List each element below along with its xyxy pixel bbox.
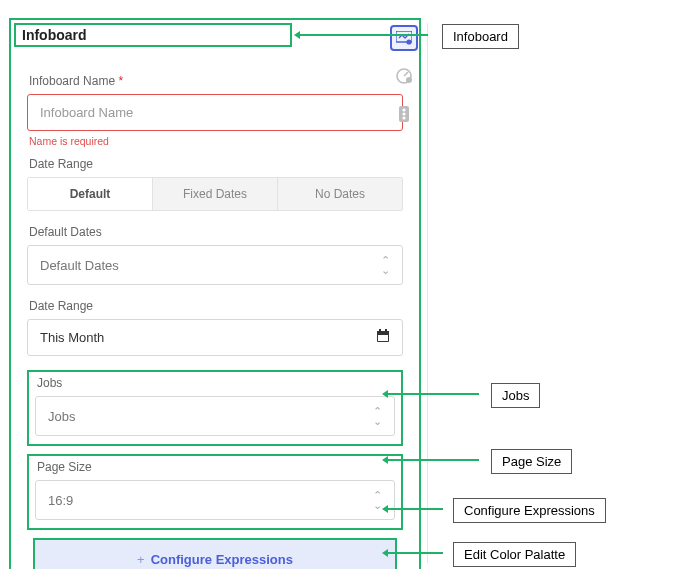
svg-rect-4: [378, 335, 388, 341]
annotation-line: [384, 508, 443, 510]
annotation-line: [384, 552, 443, 554]
select-value: 16:9: [48, 493, 73, 508]
plus-icon: +: [137, 552, 145, 567]
tab-fixed-dates[interactable]: Fixed Dates: [152, 178, 277, 210]
date-range-picker-label: Date Range: [29, 299, 403, 313]
svg-point-8: [406, 77, 412, 83]
svg-rect-1: [377, 331, 389, 334]
annotation-jobs: Jobs: [491, 383, 540, 408]
annotation-line: [296, 34, 428, 36]
panel-title: Infoboard: [22, 27, 87, 43]
infoboard-name-label: Infoboard Name *: [29, 74, 403, 88]
annotation-line: [384, 393, 479, 395]
date-range-value: This Month: [40, 330, 104, 345]
annotation-page-size: Page Size: [491, 449, 572, 474]
panel-content: Infoboard Name * Infoboard Name Name is …: [11, 20, 419, 569]
select-value: Jobs: [48, 409, 75, 424]
svg-point-10: [402, 108, 405, 111]
panel-divider: [427, 23, 428, 563]
jobs-section: Jobs Jobs ⌃⌄: [27, 370, 403, 446]
required-mark: *: [118, 74, 123, 88]
infoboard-tab-icon[interactable]: [390, 25, 418, 51]
svg-rect-3: [385, 329, 387, 332]
traffic-tab-icon[interactable]: [390, 101, 418, 127]
chevron-updown-icon: ⌃⌄: [373, 406, 382, 426]
configure-expressions-button[interactable]: + Configure Expressions: [33, 538, 397, 569]
page-size-section: Page Size 16:9 ⌃⌄: [27, 454, 403, 530]
gauge-tab-icon[interactable]: [390, 63, 418, 89]
chevron-updown-icon: ⌃⌄: [381, 255, 390, 275]
svg-point-6: [406, 39, 411, 44]
input-placeholder: Infoboard Name: [40, 105, 133, 120]
svg-point-11: [402, 112, 405, 115]
jobs-label: Jobs: [37, 376, 395, 390]
page-size-label: Page Size: [37, 460, 395, 474]
side-icon-rail: [388, 25, 420, 127]
annotation-configure: Configure Expressions: [453, 498, 606, 523]
page-size-select[interactable]: 16:9 ⌃⌄: [35, 480, 395, 520]
date-range-tabs: Default Fixed Dates No Dates: [27, 177, 403, 211]
date-range-picker[interactable]: This Month: [27, 319, 403, 356]
button-label: Configure Expressions: [151, 552, 293, 567]
tab-default[interactable]: Default: [28, 178, 152, 210]
date-range-label: Date Range: [29, 157, 403, 171]
select-value: Default Dates: [40, 258, 119, 273]
infoboard-name-error: Name is required: [29, 135, 403, 147]
label-text: Infoboard Name: [29, 74, 115, 88]
infoboard-name-input[interactable]: Infoboard Name: [27, 94, 403, 131]
infoboard-settings-panel: Infoboard Name * Infoboard Name Name is …: [9, 18, 421, 569]
tab-no-dates[interactable]: No Dates: [277, 178, 402, 210]
annotation-infoboard: Infoboard: [442, 24, 519, 49]
svg-point-12: [402, 116, 405, 119]
annotation-line: [384, 459, 479, 461]
default-dates-select[interactable]: Default Dates ⌃⌄: [27, 245, 403, 285]
svg-rect-2: [379, 329, 381, 332]
default-dates-label: Default Dates: [29, 225, 403, 239]
annotation-palette: Edit Color Palatte: [453, 542, 576, 567]
jobs-select[interactable]: Jobs ⌃⌄: [35, 396, 395, 436]
calendar-icon: [376, 329, 390, 346]
panel-header: Infoboard: [14, 23, 292, 47]
